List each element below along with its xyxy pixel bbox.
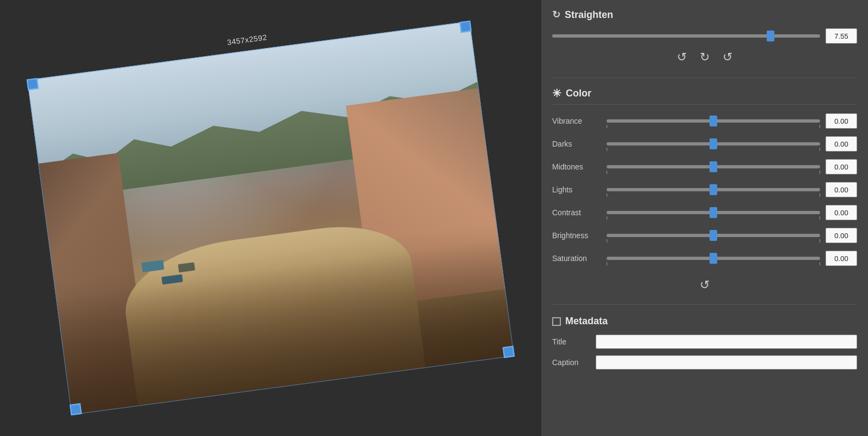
darks-label: Darks xyxy=(552,140,601,148)
image-container: 3457x2592 xyxy=(27,21,514,415)
lights-value[interactable]: 0.00 xyxy=(826,182,857,197)
straighten-icon: ↻ xyxy=(552,9,560,21)
brightness-slider[interactable] xyxy=(607,228,820,243)
slider-row-contrast: Contrast 0.00 xyxy=(552,205,857,220)
slider-row-lights: Lights 0.00 xyxy=(552,182,857,197)
slider-row-midtones: Midtones 0.00 xyxy=(552,159,857,174)
slider-row-saturation: Saturation 0.00 xyxy=(552,251,857,266)
vibrance-value[interactable]: 0.00 xyxy=(826,113,857,129)
saturation-value[interactable]: 0.00 xyxy=(826,251,857,266)
rotate-right-btn[interactable]: ↻ xyxy=(700,50,710,64)
rotate-left-btn[interactable]: ↺ xyxy=(677,50,687,64)
straighten-slider-row: 7.55 xyxy=(552,28,857,44)
metadata-section-title: Metadata xyxy=(552,313,857,327)
straighten-slider-thumb[interactable] xyxy=(767,31,774,41)
straighten-slider-track[interactable] xyxy=(552,34,820,38)
image-panel: 3457x2592 xyxy=(0,0,541,436)
slider-row-vibrance: Vibrance 0.00 xyxy=(552,113,857,129)
rotate-controls: ↺ ↻ ↺ xyxy=(552,50,857,64)
darks-value[interactable]: 0.00 xyxy=(826,136,857,152)
metadata-title-input[interactable] xyxy=(596,335,857,349)
contrast-value[interactable]: 0.00 xyxy=(826,205,857,220)
contrast-slider[interactable] xyxy=(607,205,820,220)
metadata-row-caption: Caption xyxy=(552,355,857,370)
saturation-label: Saturation xyxy=(552,254,601,263)
right-panel: ↻ Straighten 7.55 ↺ ↻ ↺ ✳ Color Vibrance… xyxy=(541,0,868,436)
vibrance-label: Vibrance xyxy=(552,117,601,125)
metadata-caption-label: Caption xyxy=(552,358,596,367)
metadata-checkbox[interactable] xyxy=(552,317,561,326)
metadata-caption-input[interactable] xyxy=(596,355,857,370)
darks-slider[interactable] xyxy=(607,137,820,151)
handle-bottom-right[interactable] xyxy=(503,346,515,358)
midtones-value[interactable]: 0.00 xyxy=(826,159,857,174)
brightness-value[interactable]: 0.00 xyxy=(826,228,857,243)
straighten-value-box[interactable]: 7.55 xyxy=(826,28,857,44)
divider-1 xyxy=(552,77,857,78)
handle-top-right[interactable] xyxy=(460,21,472,33)
metadata-row-title: Title xyxy=(552,335,857,349)
color-reset-area: ↺ xyxy=(552,278,857,292)
color-icon: ✳ xyxy=(552,87,561,100)
slider-row-darks: Darks 0.00 xyxy=(552,136,857,152)
midtones-label: Midtones xyxy=(552,162,601,171)
divider-2 xyxy=(552,304,857,305)
handle-bottom-left[interactable] xyxy=(70,403,82,415)
image-canvas xyxy=(27,21,514,415)
metadata-title-label: Title xyxy=(552,337,596,346)
handle-top-left[interactable] xyxy=(27,78,39,90)
midtones-slider[interactable] xyxy=(607,160,820,174)
color-reset-btn[interactable]: ↺ xyxy=(700,278,710,292)
vibrance-slider[interactable] xyxy=(607,114,820,128)
image-dimensions-label: 3457x2592 xyxy=(227,33,267,47)
lights-slider[interactable] xyxy=(607,183,820,197)
brightness-label: Brightness xyxy=(552,231,601,240)
lights-label: Lights xyxy=(552,185,601,194)
contrast-label: Contrast xyxy=(552,208,601,217)
straighten-section-title: ↻ Straighten xyxy=(552,9,857,21)
rotate-reset-btn[interactable]: ↺ xyxy=(723,50,732,64)
saturation-slider[interactable] xyxy=(607,251,820,265)
color-section-title: ✳ Color xyxy=(552,87,857,105)
slider-row-brightness: Brightness 0.00 xyxy=(552,228,857,243)
